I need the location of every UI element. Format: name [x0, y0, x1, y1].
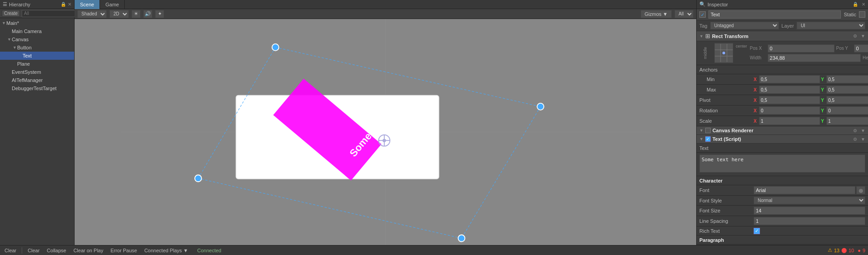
- tag-label: Tag: [699, 23, 708, 29]
- font-input[interactable]: [754, 186, 855, 194]
- component-name-input[interactable]: [708, 10, 841, 19]
- anchors-max-x-input[interactable]: [759, 86, 820, 94]
- font-select-button[interactable]: ◎: [856, 186, 865, 194]
- tree-arrow-button: ▼: [13, 45, 17, 50]
- clear-on-play-button[interactable]: Clear on Play: [71, 248, 105, 253]
- tree-item-main[interactable]: ▼ Main*: [0, 19, 74, 27]
- font-style-dropdown[interactable]: Normal: [754, 197, 865, 204]
- scale-y-label: Y: [821, 119, 826, 124]
- line-spacing-row: Line Spacing: [697, 216, 868, 226]
- scale-x-input[interactable]: [759, 117, 820, 125]
- text-script-menu-icon[interactable]: ▼: [861, 137, 865, 142]
- svg-point-13: [195, 175, 202, 182]
- font-size-input[interactable]: [754, 207, 865, 215]
- scene-panel: Scene Game Shaded 2D ☀ 🔊 ✦ Gizmos ▼ All: [75, 0, 696, 245]
- pivot-y-label: Y: [821, 98, 826, 103]
- anchor-pivot-widget[interactable]: [714, 43, 733, 63]
- text-value-area: Some text here: [697, 153, 868, 176]
- tree-item-button[interactable]: ▼ Button: [0, 43, 74, 52]
- tree-label-button: Button: [17, 45, 32, 50]
- canvas-renderer-arrow: ▼: [699, 128, 703, 133]
- rotation-y-input[interactable]: [826, 106, 868, 115]
- fx-toggle-button[interactable]: ✦: [155, 10, 164, 18]
- scale-row: Scale X Y Z: [697, 116, 868, 126]
- shading-dropdown[interactable]: Shaded: [77, 10, 107, 18]
- font-size-row: Font Size: [697, 206, 868, 216]
- hierarchy-close-icon[interactable]: ✕: [68, 2, 71, 7]
- rect-transform-menu-icon[interactable]: ▼: [861, 34, 865, 38]
- tree-item-debuggertesttarget[interactable]: DebuggerTestTarget: [0, 84, 74, 92]
- svg-point-12: [458, 235, 465, 242]
- inspector-icon: 🔍: [699, 1, 706, 7]
- width-label: Width: [750, 55, 766, 60]
- line-spacing-input[interactable]: [754, 217, 865, 225]
- tree-item-canvas[interactable]: ▼ Canvas: [0, 35, 74, 43]
- rich-text-row: Rich Text ✓: [697, 226, 868, 236]
- inspector-close-icon[interactable]: ✕: [862, 2, 865, 7]
- tree-item-plane[interactable]: Plane: [0, 60, 74, 68]
- component-enabled-checkbox[interactable]: ✓: [699, 11, 706, 18]
- tree-arrow-canvas: ▼: [7, 37, 12, 42]
- text-value-row: Text: [697, 144, 868, 153]
- clear-left-button[interactable]: Clear: [3, 248, 18, 253]
- static-checkbox[interactable]: [859, 11, 865, 18]
- canvas-renderer-menu-icon[interactable]: ▼: [861, 128, 865, 133]
- anchors-max-y-input[interactable]: [826, 86, 868, 94]
- text-script-settings-icon[interactable]: ⚙: [853, 137, 857, 142]
- canvas-renderer-title: Canvas Renderer: [712, 128, 851, 133]
- canvas-renderer-section-header[interactable]: ▼ Canvas Renderer ⚙ ▼: [697, 126, 868, 135]
- text-script-enabled-checkbox[interactable]: ✓: [705, 136, 711, 142]
- tree-item-aitefmanager[interactable]: AITefManager: [0, 76, 74, 84]
- anchors-max-y-label: Y: [821, 87, 826, 92]
- create-button[interactable]: Create: [2, 10, 20, 17]
- tree-label-debuggertesttarget: DebuggerTestTarget: [12, 86, 57, 91]
- anchors-label: Anchors: [699, 67, 754, 72]
- posx-input[interactable]: [768, 44, 835, 53]
- pivot-y-input[interactable]: [826, 96, 868, 104]
- rect-transform-section-header[interactable]: ▼ ⊞ Rect Transform ⚙ ▼: [697, 31, 868, 41]
- error-pause-button[interactable]: Error Pause: [108, 248, 139, 253]
- clear-button[interactable]: Clear: [26, 248, 41, 253]
- audio-toggle-button[interactable]: 🔊: [143, 10, 152, 18]
- mode-dropdown[interactable]: 2D: [109, 10, 129, 18]
- anchors-min-label: Min: [699, 77, 754, 82]
- bottom-bar: Clear Clear Collapse Clear on Play Error…: [0, 245, 868, 255]
- rich-text-checkbox[interactable]: ✓: [754, 228, 760, 234]
- rotation-x-input[interactable]: [759, 106, 820, 115]
- rect-transform-icon: ⊞: [705, 33, 710, 39]
- scale-y-input[interactable]: [826, 117, 868, 125]
- hierarchy-lock-icon[interactable]: 🔒: [61, 2, 66, 7]
- anchors-min-x-input[interactable]: [759, 75, 820, 83]
- bottom-errors: ⚠ 13 ⬤ 10 ● 9: [828, 247, 865, 253]
- rect-transform-settings-icon[interactable]: ⚙: [853, 34, 857, 38]
- text-script-section-header[interactable]: ▼ ✓ Text (Script) ⚙ ▼: [697, 135, 868, 144]
- posy-input[interactable]: [854, 44, 868, 53]
- layer-dropdown[interactable]: UI: [797, 22, 865, 29]
- tree-item-eventsystem[interactable]: EventSystem: [0, 68, 74, 76]
- anchors-row: Anchors: [697, 65, 868, 74]
- pivot-row: Pivot X Y: [697, 95, 868, 106]
- tree-label-aitefmanager: AITefManager: [12, 77, 42, 83]
- inspector-lock-icon[interactable]: 🔒: [853, 2, 858, 7]
- scene-tab-scene[interactable]: Scene: [75, 0, 100, 9]
- tree-item-text[interactable]: Text: [0, 52, 74, 60]
- width-input[interactable]: [768, 54, 861, 62]
- light-toggle-button[interactable]: ☀: [132, 10, 141, 18]
- hierarchy-title: Hierarchy: [9, 2, 30, 7]
- height-label: Height: [863, 55, 868, 60]
- all-filter-dropdown[interactable]: All: [675, 10, 693, 18]
- canvas-renderer-checkbox[interactable]: [705, 128, 711, 133]
- text-textarea[interactable]: Some text here: [699, 154, 865, 173]
- tree-item-maincamera[interactable]: Main Camera: [0, 27, 74, 35]
- collapse-button[interactable]: Collapse: [45, 248, 68, 253]
- tag-dropdown[interactable]: Untagged: [710, 22, 779, 29]
- scene-viewport[interactable]: Some text here: [75, 19, 696, 245]
- gizmos-button[interactable]: Gizmos ▼: [641, 10, 672, 18]
- canvas-renderer-settings-icon[interactable]: ⚙: [853, 128, 857, 133]
- pivot-x-input[interactable]: [759, 96, 820, 104]
- line-spacing-label: Line Spacing: [699, 218, 754, 224]
- anchors-min-y-input[interactable]: [826, 75, 868, 83]
- pivot-x-label: X: [754, 98, 758, 103]
- connected-player-button[interactable]: Connected Plays ▼: [142, 248, 190, 253]
- scene-tab-game[interactable]: Game: [100, 0, 125, 9]
